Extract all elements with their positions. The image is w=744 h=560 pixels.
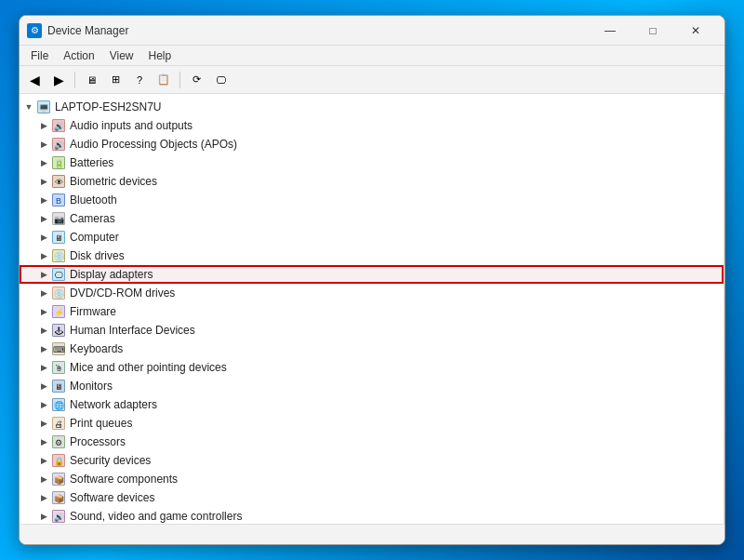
list-item[interactable]: ▶ ⚙ Processors: [20, 433, 724, 451]
expand-btn[interactable]: ▶: [36, 323, 51, 338]
window-icon: ⚙: [27, 23, 42, 38]
toolbar-separator-2: [179, 72, 180, 88]
bluetooth-label: Bluetooth: [70, 193, 117, 207]
expand-btn[interactable]: ▶: [36, 341, 51, 356]
root-icon: 💻: [36, 100, 51, 114]
audio-inputs-label: Audio inputs and outputs: [70, 119, 193, 132]
hid-label: Human Interface Devices: [70, 324, 195, 337]
tree-root[interactable]: ▼ 💻 LAPTOP-ESH2SN7U: [20, 98, 724, 116]
expand-btn[interactable]: ▶: [36, 472, 51, 487]
firmware-label: Firmware: [70, 305, 116, 318]
list-item[interactable]: ▶ 👁 Biometric devices: [20, 172, 724, 191]
firmware-icon: ⚡: [51, 304, 66, 319]
list-item[interactable]: ▶ 🔒 Security devices: [20, 451, 724, 470]
content-area: ▼ 💻 LAPTOP-ESH2SN7U ▶ 🔊 Audio inputs and…: [20, 94, 724, 524]
cameras-label: Cameras: [70, 212, 115, 225]
expand-btn[interactable]: ▶: [36, 248, 51, 263]
toolbar-refresh[interactable]: ⟳: [185, 69, 207, 91]
window-title: Device Manager: [47, 24, 589, 37]
expand-btn[interactable]: ▶: [36, 193, 51, 207]
close-button[interactable]: ✕: [674, 16, 717, 46]
monitor-icon: 🖥: [51, 379, 66, 393]
list-item[interactable]: ▶ 💿 DVD/CD-ROM drives: [20, 284, 724, 302]
cameras-icon: 📷: [51, 211, 66, 226]
expand-btn[interactable]: ▶: [36, 211, 51, 226]
computer-label: Computer: [70, 231, 119, 244]
security-icon: 🔒: [51, 453, 66, 468]
toolbar-properties[interactable]: 🖥: [80, 69, 102, 91]
expand-btn[interactable]: ▶: [36, 155, 51, 170]
expand-btn[interactable]: ▶: [36, 509, 51, 524]
menu-view[interactable]: View: [102, 47, 141, 64]
disk-icon: 💿: [51, 248, 66, 263]
biometric-label: Biometric devices: [70, 175, 157, 188]
list-item[interactable]: ▶ 🕹 Human Interface Devices: [20, 321, 724, 340]
expand-btn[interactable]: ▶: [36, 118, 51, 133]
maximize-button[interactable]: □: [631, 16, 674, 46]
list-item[interactable]: ▶ ⌨ Keyboards: [20, 340, 724, 358]
expand-btn[interactable]: ▶: [36, 174, 51, 189]
print-icon: 🖨: [51, 416, 66, 431]
list-item[interactable]: ▶ 🔋 Batteries: [20, 153, 724, 172]
audio-inputs-icon: 🔊: [51, 118, 66, 133]
expand-btn[interactable]: ▶: [36, 267, 51, 282]
toolbar-help[interactable]: ?: [128, 69, 151, 91]
bluetooth-icon: B: [51, 193, 66, 207]
root-expand[interactable]: ▼: [21, 100, 36, 114]
software-dev-label: Software devices: [70, 491, 154, 504]
expand-btn[interactable]: ▶: [36, 490, 51, 505]
list-item[interactable]: ▶ 🖨 Print queues: [20, 414, 724, 433]
biometric-icon: 👁: [51, 174, 66, 189]
software-comp-label: Software components: [70, 473, 178, 486]
display-label: Display adapters: [70, 268, 153, 281]
computer-icon: 🖥: [51, 230, 66, 245]
processor-icon: ⚙: [51, 434, 66, 449]
processor-label: Processors: [70, 435, 126, 448]
menu-help[interactable]: Help: [141, 47, 179, 64]
expand-btn[interactable]: ▶: [36, 434, 51, 449]
expand-btn[interactable]: ▶: [36, 304, 51, 319]
menu-action[interactable]: Action: [56, 47, 101, 64]
toolbar-display[interactable]: 🖵: [209, 69, 232, 91]
list-item[interactable]: ▶ 🖱 Mice and other pointing devices: [20, 358, 724, 377]
expand-btn[interactable]: ▶: [36, 360, 51, 375]
toolbar-back[interactable]: ◀: [23, 69, 46, 91]
minimize-button[interactable]: —: [589, 16, 631, 46]
toolbar-update[interactable]: ⊞: [104, 69, 126, 91]
expand-btn[interactable]: ▶: [36, 137, 51, 152]
list-item[interactable]: ▶ 🔊 Sound, video and game controllers: [20, 507, 724, 524]
list-item[interactable]: ▶ 🖥 Computer: [20, 228, 724, 247]
toolbar-scan[interactable]: 📋: [153, 69, 175, 91]
toolbar-forward[interactable]: ▶: [47, 69, 70, 91]
network-icon: 🌐: [51, 397, 66, 412]
expand-btn[interactable]: ▶: [36, 379, 51, 393]
expand-btn[interactable]: ▶: [36, 230, 51, 245]
keyboard-label: Keyboards: [70, 342, 123, 355]
list-item[interactable]: ▶ 🖥 Monitors: [20, 377, 724, 395]
expand-btn[interactable]: ▶: [36, 453, 51, 468]
list-item[interactable]: ▶ ⚡ Firmware: [20, 302, 724, 321]
expand-btn[interactable]: ▶: [36, 397, 51, 412]
list-item[interactable]: ▶ 🔊 Audio inputs and outputs: [20, 116, 724, 135]
list-item[interactable]: ▶ 📦 Software devices: [20, 488, 724, 507]
menu-file[interactable]: File: [23, 47, 56, 64]
mouse-label: Mice and other pointing devices: [70, 361, 227, 374]
expand-btn[interactable]: ▶: [36, 286, 51, 300]
toolbar-separator-1: [74, 72, 75, 88]
root-label: LAPTOP-ESH2SN7U: [55, 100, 162, 113]
list-item[interactable]: ▶ 📷 Cameras: [20, 209, 724, 228]
list-item[interactable]: ▶ 💿 Disk drives: [20, 247, 724, 265]
security-label: Security devices: [70, 454, 151, 467]
expand-btn[interactable]: ▶: [36, 416, 51, 431]
list-item[interactable]: ▶ 📦 Software components: [20, 470, 724, 488]
display-adapters-item[interactable]: ▶ 🖵 Display adapters: [20, 265, 724, 284]
menu-bar: File Action View Help: [20, 46, 724, 66]
title-bar: ⚙ Device Manager — □ ✕: [20, 16, 724, 46]
list-item[interactable]: ▶ 🔊 Audio Processing Objects (APOs): [20, 135, 724, 153]
list-item[interactable]: ▶ 🌐 Network adapters: [20, 395, 724, 414]
dvd-label: DVD/CD-ROM drives: [70, 287, 175, 300]
list-item[interactable]: ▶ B Bluetooth: [20, 191, 724, 209]
device-tree[interactable]: ▼ 💻 LAPTOP-ESH2SN7U ▶ 🔊 Audio inputs and…: [20, 94, 724, 524]
sound-label: Sound, video and game controllers: [70, 510, 242, 523]
display-icon: 🖵: [51, 267, 66, 282]
